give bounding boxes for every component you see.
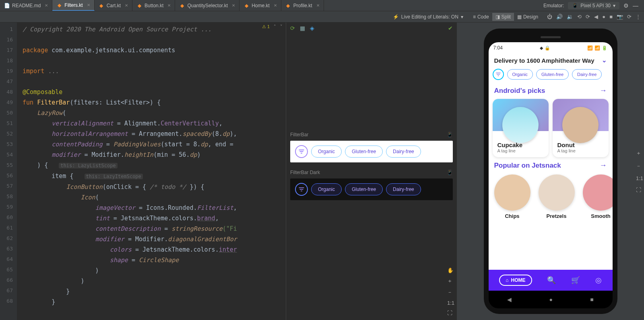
filterbar-preview-light: Organic Gluten-free Dairy-free xyxy=(290,141,453,162)
gear-icon[interactable]: ⚙ xyxy=(623,2,629,9)
nav-cart[interactable]: 🛒 xyxy=(571,276,580,285)
layers-icon[interactable]: ◈ xyxy=(310,25,314,31)
close-icon[interactable]: ✕ xyxy=(232,3,235,8)
close-icon[interactable]: ✕ xyxy=(45,3,48,8)
nav-profile[interactable]: ◎ xyxy=(595,276,602,285)
device-icon[interactable]: ▦ xyxy=(300,25,305,31)
close-icon[interactable]: ✕ xyxy=(316,3,320,8)
preview-dark-label: FilterBar Dark 📱 xyxy=(286,168,457,177)
more-icon[interactable]: ⋮ xyxy=(636,14,641,20)
view-mode-toggle: ≡Code ◨Split ▦Design xyxy=(470,13,541,21)
popular-pretzels[interactable]: Pretzels xyxy=(539,174,575,219)
tab-readme[interactable]: 📄 README.md ✕ xyxy=(0,0,52,11)
code-icon: ≡ xyxy=(473,14,476,20)
volume-down-icon[interactable]: 🔉 xyxy=(567,14,573,20)
square-icon[interactable]: ■ xyxy=(609,14,613,20)
wifi-icon: 📶 xyxy=(587,45,593,51)
minimize-icon[interactable]: — xyxy=(633,2,638,9)
tab-profile[interactable]: ◆ Profile.kt ✕ xyxy=(281,0,324,11)
fullscreen-icon[interactable]: ⛶ xyxy=(447,310,454,316)
zoom-fit-icon[interactable]: 1:1 xyxy=(447,300,454,306)
zoom-out-icon[interactable]: － xyxy=(447,289,454,296)
back-icon[interactable]: ◀ xyxy=(594,14,598,20)
nav-search[interactable]: 🔍 xyxy=(547,276,556,285)
phone-screen[interactable]: 7:04 ◆ 🔒 📶 📶 🔋 Delivery to 1600 Amphithe… xyxy=(489,42,613,291)
arrow-right-icon[interactable]: → xyxy=(600,161,607,170)
close-icon[interactable]: ✕ xyxy=(87,3,90,7)
chip-gluten-free[interactable]: Gluten-free xyxy=(345,183,383,195)
deploy-icon[interactable]: 📱 xyxy=(447,132,453,137)
chip-gluten-free[interactable]: Gluten-free xyxy=(345,146,383,158)
tab-home[interactable]: ◆ Home.kt ✕ xyxy=(239,0,281,11)
chevron-down-icon: ▾ xyxy=(613,3,615,8)
tab-button[interactable]: ◆ Button.kt ✕ xyxy=(132,0,175,11)
deploy-icon[interactable]: 📱 xyxy=(447,170,453,175)
chip-dairy-free[interactable]: Dairy-free xyxy=(572,69,602,80)
live-edit-toggle[interactable]: ⚡ Live Editing of Literals: ON ▾ xyxy=(393,14,463,20)
chip-dairy-free[interactable]: Dairy-free xyxy=(386,146,421,158)
tab-quantity[interactable]: ◆ QuantitySelector.kt ✕ xyxy=(175,0,239,11)
tab-filters[interactable]: ◆ Filters.kt ✕ xyxy=(52,0,94,11)
filter-icon[interactable] xyxy=(295,145,308,158)
chip-dairy-free[interactable]: Dairy-free xyxy=(386,183,421,195)
emulator-window: 7:04 ◆ 🔒 📶 📶 🔋 Delivery to 1600 Amphithe… xyxy=(457,23,644,320)
speaker xyxy=(541,36,561,38)
fullscreen-icon[interactable]: ⛶ xyxy=(636,187,643,193)
popular-chips[interactable]: Chips xyxy=(494,174,530,219)
popular-row: Chips Pretzels Smooth xyxy=(489,172,613,222)
product-card-donut[interactable]: Donut A tag line xyxy=(553,99,609,157)
popular-smoothie[interactable]: Smooth xyxy=(583,174,613,219)
filter-icon[interactable] xyxy=(493,69,504,80)
home-button[interactable]: ● xyxy=(549,296,553,303)
phone-frame: 7:04 ◆ 🔒 📶 📶 🔋 Delivery to 1600 Amphithe… xyxy=(484,29,617,314)
emulator-zoom-rail: ＋ － 1:1 ⛶ xyxy=(636,150,643,193)
app-filter-bar: Organic Gluten-free Dairy-free xyxy=(489,67,613,84)
delivery-address[interactable]: Delivery to 1600 Amphitheater Way ⌄ xyxy=(489,53,613,67)
tab-cart[interactable]: ◆ Cart.kt ✕ xyxy=(95,0,132,11)
code-view-button[interactable]: ≡Code xyxy=(470,13,492,21)
bottom-nav: ⌂ HOME 🔍 🛒 ◎ xyxy=(489,270,613,291)
pan-icon[interactable]: ✋ xyxy=(447,267,454,273)
battery-icon: 🔋 xyxy=(602,45,607,51)
clock: 7:04 xyxy=(493,45,503,51)
kotlin-icon: ◆ xyxy=(99,3,104,8)
split-icon: ◨ xyxy=(495,14,500,20)
kotlin-icon: ◆ xyxy=(136,3,142,8)
code-content[interactable]: / Copyright 2020 The Android Open Source… xyxy=(17,23,286,320)
rotate-right-icon[interactable]: ⟳ xyxy=(586,14,590,20)
arrow-right-icon[interactable]: → xyxy=(600,86,607,95)
volume-up-icon[interactable]: 🔊 xyxy=(556,14,563,20)
camera-icon[interactable]: 📷 xyxy=(617,14,623,20)
circle-icon[interactable]: ● xyxy=(602,14,605,20)
close-icon[interactable]: ✕ xyxy=(167,3,171,8)
nav-home[interactable]: ⌂ HOME xyxy=(499,275,532,286)
emulator-selector: Emulator: 📱 Pixel 5 API 30 ▾ ⚙ — xyxy=(543,2,644,9)
editor-toolbar: ⚡ Live Editing of Literals: ON ▾ ≡Code ◨… xyxy=(0,11,644,23)
status-bar: 7:04 ◆ 🔒 📶 📶 🔋 xyxy=(489,42,613,53)
close-icon[interactable]: ✕ xyxy=(274,3,277,8)
emulator-controls: ⏻ 🔊 🔉 ⟲ ⟳ ◀ ● ■ 📷 ⟳ ⋮ xyxy=(547,14,641,20)
device-dropdown[interactable]: 📱 Pixel 5 API 30 ▾ xyxy=(568,2,619,9)
zoom-in-icon[interactable]: ＋ xyxy=(636,150,643,157)
design-view-button[interactable]: ▦Design xyxy=(514,13,541,21)
filter-icon[interactable] xyxy=(295,183,308,196)
chip-organic[interactable]: Organic xyxy=(311,183,342,195)
back-button[interactable]: ◀ xyxy=(507,296,512,303)
kotlin-icon: ◆ xyxy=(244,3,249,8)
zoom-fit-icon[interactable]: 1:1 xyxy=(636,175,643,181)
refresh-icon[interactable]: ⟳ xyxy=(290,25,295,31)
rotate-left-icon[interactable]: ⟲ xyxy=(577,14,582,20)
zoom-in-icon[interactable]: ＋ xyxy=(447,277,454,285)
android-soft-buttons: ◀ ● ■ xyxy=(489,291,613,308)
close-icon[interactable]: ✕ xyxy=(125,3,128,8)
product-card-cupcake[interactable]: Cupcake A tag line xyxy=(493,99,549,157)
recents-button[interactable]: ■ xyxy=(590,296,593,303)
code-editor[interactable]: ⚠ 1 ˄ ˅ 11617 181947 484950 515253 54555… xyxy=(0,23,286,320)
record-icon[interactable]: ⟳ xyxy=(627,14,632,20)
chip-organic[interactable]: Organic xyxy=(311,146,342,158)
power-icon[interactable]: ⏻ xyxy=(547,14,552,20)
zoom-out-icon[interactable]: － xyxy=(636,162,643,170)
chip-gluten-free[interactable]: Gluten-free xyxy=(536,69,569,80)
chip-organic[interactable]: Organic xyxy=(507,69,533,80)
split-view-button[interactable]: ◨Split xyxy=(492,13,514,21)
